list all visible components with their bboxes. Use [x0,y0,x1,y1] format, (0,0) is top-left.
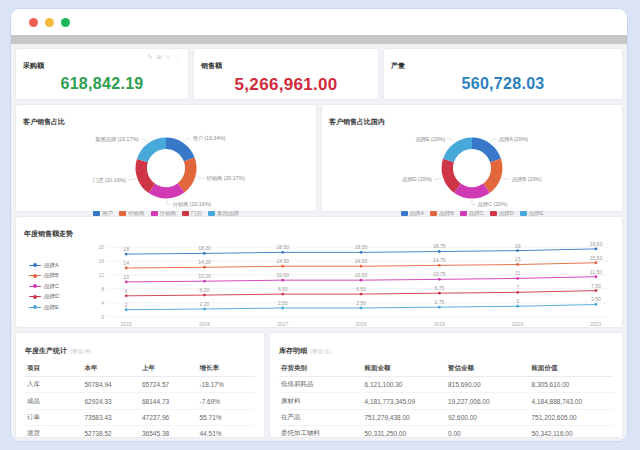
legend-label: 品牌E [529,210,544,217]
legend-item[interactable]: 品牌E [520,210,544,217]
data-point[interactable] [438,306,441,309]
legend-swatch [151,211,158,216]
column-header: 增长率 [198,361,256,377]
column-header: 本年 [83,361,141,377]
donut-slice[interactable] [141,161,152,189]
data-point-label: 10.50 [355,272,368,278]
minimize-button[interactable] [45,18,54,27]
data-point[interactable] [125,253,128,256]
data-point[interactable] [360,251,363,254]
data-point[interactable] [360,279,363,282]
legend-label: 集团品牌 [217,210,239,217]
legend-item[interactable]: 品牌D [29,293,82,300]
card-action-icon[interactable]: ⋮ [175,53,181,60]
data-point[interactable] [281,307,284,310]
kpi-row: 采购额 ✎⊞☆⋮ 618,842.19 销售额 5,266,961.00 产量 … [15,48,623,100]
donut-slice[interactable] [152,188,181,193]
data-point[interactable] [203,266,206,269]
zoom-button[interactable] [61,18,70,27]
data-point[interactable] [360,307,363,310]
donut-slice[interactable] [448,143,472,160]
legend-item[interactable]: 品牌A [401,210,425,217]
line-chart-card: 年度销售额走势 品牌A品牌B品牌C品牌D品牌E 0481216202015201… [15,216,623,328]
data-point[interactable] [281,293,284,296]
legend-item[interactable]: 品牌A [29,262,82,269]
data-point[interactable] [125,280,128,283]
data-point[interactable] [360,293,363,296]
data-point-label: 11 [515,270,520,276]
table-cell: 62924.33 [83,393,141,409]
data-point[interactable] [516,291,519,294]
legend-item[interactable]: 门店 [182,210,202,217]
table-row: 原材料4,181,773,345.0919,227,006.004,184,88… [279,393,613,409]
donut-row: 客户销售占比 用户 (19.34%)经销商 (20.17%)分销商 (20.16… [15,104,623,212]
data-point[interactable] [595,261,598,264]
data-point[interactable] [595,247,598,250]
donut-slice[interactable] [472,143,496,160]
legend-label: 品牌D [499,210,514,217]
data-point[interactable] [516,249,519,252]
data-point[interactable] [125,308,128,311]
donut-chart-domestic: 品牌A (20%)品牌B (20%)品牌C (20%)品牌D (20%)品牌E … [329,128,615,212]
data-point[interactable] [516,263,519,266]
donut-slice[interactable] [181,159,191,187]
data-point-label: 14.75 [433,257,446,263]
data-point-label: 2.50 [278,300,288,306]
data-point-label: 15.50 [590,255,603,261]
table-cell: 751,202,605.00 [530,409,614,425]
data-point[interactable] [595,303,598,306]
legend-item[interactable]: 经销商 [119,210,145,217]
data-point[interactable] [281,265,284,268]
card-action-icon[interactable]: ☆ [166,53,171,60]
legend-item[interactable]: 品牌B [29,272,82,279]
legend-swatch [460,211,467,216]
donut-slice[interactable] [457,188,486,193]
data-point[interactable] [125,294,128,297]
legend-item[interactable]: 品牌E [29,304,82,311]
donut-slice-label: 经销商 (20.17%) [207,175,246,181]
data-point[interactable] [203,252,206,255]
data-point[interactable] [595,289,598,292]
data-point[interactable] [516,277,519,280]
donut-slice[interactable] [166,143,189,159]
legend-item[interactable]: 品牌C [460,210,484,217]
data-point[interactable] [438,250,441,253]
data-point-label: 6.50 [278,286,288,292]
data-point[interactable] [438,278,441,281]
donut-slice[interactable] [487,160,497,188]
table-cell: 68144.73 [140,393,198,409]
legend-item[interactable]: 品牌B [430,210,454,217]
card-action-icon[interactable]: ✎ [148,53,153,60]
data-point[interactable] [360,265,363,268]
data-point[interactable] [438,264,441,267]
data-point[interactable] [203,280,206,283]
column-header: 账面金额 [363,361,447,377]
data-point[interactable] [438,292,441,295]
legend-item[interactable]: 品牌C [29,283,82,290]
donut-chart-customer: 用户 (19.34%)经销商 (20.17%)分销商 (20.16%)门店 (2… [23,128,309,212]
data-point[interactable] [203,294,206,297]
donut-slice[interactable] [142,143,166,160]
legend-label: 品牌C [469,210,484,217]
legend-item[interactable]: 分销商 [151,210,177,217]
legend-label: 品牌B [439,210,454,217]
data-point[interactable] [516,305,519,308]
data-point-label: 18.75 [433,243,446,249]
data-point[interactable] [595,275,598,278]
legend-item[interactable]: 集团品牌 [208,210,239,217]
data-point-label: 11.50 [590,269,602,275]
data-point-label: 14.50 [355,258,368,264]
legend-item[interactable]: 用户 [93,210,113,217]
data-point-label: 2.50 [356,300,366,306]
data-point[interactable] [281,279,284,282]
table-cell: 4,181,773,345.09 [363,393,447,409]
card-action-icon[interactable]: ⊞ [157,53,162,60]
legend-item[interactable]: 品牌D [490,210,514,217]
legend-label: 品牌A [410,210,425,217]
data-point-label: 3 [516,298,519,304]
close-button[interactable] [29,18,38,27]
donut-slice[interactable] [447,160,457,188]
data-point[interactable] [203,308,206,311]
data-point[interactable] [281,251,284,254]
data-point[interactable] [125,267,128,270]
